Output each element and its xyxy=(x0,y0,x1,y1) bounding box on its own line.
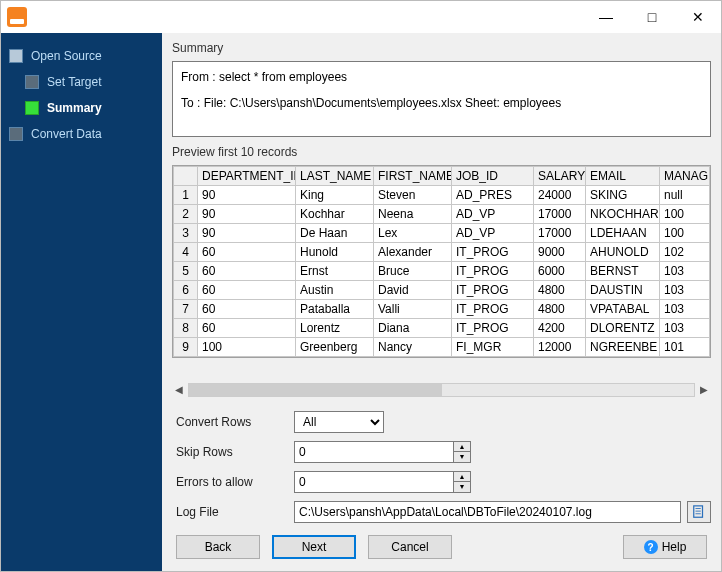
table-cell[interactable]: 103 xyxy=(660,299,710,318)
table-cell[interactable]: IT_PROG xyxy=(452,242,534,261)
table-cell[interactable]: Austin xyxy=(296,280,374,299)
horizontal-scrollbar[interactable]: ◀ ▶ xyxy=(172,382,711,397)
table-cell[interactable]: Alexander xyxy=(374,242,452,261)
table-row[interactable]: 9100GreenbergNancyFI_MGR12000NGREENBE101 xyxy=(174,337,710,356)
table-cell[interactable]: 60 xyxy=(198,261,296,280)
help-button[interactable]: ? Help xyxy=(623,535,707,559)
table-cell[interactable]: 101 xyxy=(660,337,710,356)
table-cell[interactable]: 100 xyxy=(198,337,296,356)
column-header[interactable]: DEPARTMENT_ID xyxy=(198,166,296,185)
table-row[interactable]: 760PataballaValliIT_PROG4800VPATABAL103 xyxy=(174,299,710,318)
table-cell[interactable]: Bruce xyxy=(374,261,452,280)
table-cell[interactable]: VPATABAL xyxy=(586,299,660,318)
table-cell[interactable]: 60 xyxy=(198,242,296,261)
table-cell[interactable]: 100 xyxy=(660,223,710,242)
table-cell[interactable]: King xyxy=(296,185,374,204)
table-cell[interactable]: Valli xyxy=(374,299,452,318)
table-cell[interactable]: Hunold xyxy=(296,242,374,261)
table-cell[interactable]: AD_PRES xyxy=(452,185,534,204)
skip-rows-input[interactable] xyxy=(294,441,453,463)
table-row[interactable]: 660AustinDavidIT_PROG4800DAUSTIN103 xyxy=(174,280,710,299)
step-open-source[interactable]: Open Source xyxy=(1,43,162,69)
table-cell[interactable]: 90 xyxy=(198,185,296,204)
table-row[interactable]: 390De HaanLexAD_VP17000LDEHAAN100 xyxy=(174,223,710,242)
table-cell[interactable]: 103 xyxy=(660,261,710,280)
table-cell[interactable]: 103 xyxy=(660,280,710,299)
table-cell[interactable]: DFAVIET xyxy=(586,356,660,358)
errors-down[interactable]: ▼ xyxy=(454,482,470,492)
table-cell[interactable]: 100 xyxy=(660,204,710,223)
logfile-browse-button[interactable] xyxy=(687,501,711,523)
table-cell[interactable]: IT_PROG xyxy=(452,299,534,318)
table-cell[interactable]: David xyxy=(374,280,452,299)
table-row[interactable]: 10100FavietDanielFI_ACCOUNT9000DFAVIET10… xyxy=(174,356,710,358)
table-cell[interactable]: IT_PROG xyxy=(452,318,534,337)
cancel-button[interactable]: Cancel xyxy=(368,535,452,559)
table-cell[interactable]: 60 xyxy=(198,280,296,299)
table-cell[interactable]: 9000 xyxy=(534,242,586,261)
column-header[interactable]: SALARY xyxy=(534,166,586,185)
table-cell[interactable]: Kochhar xyxy=(296,204,374,223)
table-cell[interactable]: DLORENTZ xyxy=(586,318,660,337)
table-cell[interactable]: 12000 xyxy=(534,337,586,356)
table-cell[interactable]: 4800 xyxy=(534,280,586,299)
table-row[interactable]: 460HunoldAlexanderIT_PROG9000AHUNOLD102 xyxy=(174,242,710,261)
preview-table[interactable]: DEPARTMENT_IDLAST_NAMEFIRST_NAMEJOB_IDSA… xyxy=(172,165,711,358)
table-cell[interactable]: 90 xyxy=(198,223,296,242)
table-cell[interactable]: 17000 xyxy=(534,204,586,223)
table-cell[interactable]: Ernst xyxy=(296,261,374,280)
maximize-button[interactable]: □ xyxy=(629,2,675,32)
column-header[interactable]: EMAIL xyxy=(586,166,660,185)
table-cell[interactable]: Diana xyxy=(374,318,452,337)
table-cell[interactable]: 100 xyxy=(198,356,296,358)
column-header[interactable]: FIRST_NAME xyxy=(374,166,452,185)
table-cell[interactable]: 90 xyxy=(198,204,296,223)
scroll-thumb[interactable] xyxy=(189,384,442,396)
scroll-track[interactable] xyxy=(188,383,695,397)
table-cell[interactable]: 60 xyxy=(198,299,296,318)
table-cell[interactable]: Lex xyxy=(374,223,452,242)
skip-rows-down[interactable]: ▼ xyxy=(454,452,470,462)
table-cell[interactable]: Daniel xyxy=(374,356,452,358)
table-row[interactable]: 190KingStevenAD_PRES24000SKINGnull xyxy=(174,185,710,204)
table-row[interactable]: 860LorentzDianaIT_PROG4200DLORENTZ103 xyxy=(174,318,710,337)
scroll-right-icon[interactable]: ▶ xyxy=(697,383,711,397)
table-cell[interactable]: AHUNOLD xyxy=(586,242,660,261)
errors-input[interactable] xyxy=(294,471,453,493)
back-button[interactable]: Back xyxy=(176,535,260,559)
convert-rows-select[interactable]: All xyxy=(294,411,384,433)
logfile-input[interactable] xyxy=(294,501,681,523)
minimize-button[interactable]: — xyxy=(583,2,629,32)
table-cell[interactable]: NKOCHHAR xyxy=(586,204,660,223)
table-cell[interactable]: LDEHAAN xyxy=(586,223,660,242)
step-set-target[interactable]: Set Target xyxy=(1,69,162,95)
table-cell[interactable]: DAUSTIN xyxy=(586,280,660,299)
column-header[interactable]: MANAG xyxy=(660,166,710,185)
step-convert-data[interactable]: Convert Data xyxy=(1,121,162,147)
table-cell[interactable]: 6000 xyxy=(534,261,586,280)
table-cell[interactable]: FI_MGR xyxy=(452,337,534,356)
table-cell[interactable]: Lorentz xyxy=(296,318,374,337)
table-row[interactable]: 290KochharNeenaAD_VP17000NKOCHHAR100 xyxy=(174,204,710,223)
table-cell[interactable]: Pataballa xyxy=(296,299,374,318)
table-cell[interactable]: Greenberg xyxy=(296,337,374,356)
table-cell[interactable]: 60 xyxy=(198,318,296,337)
table-cell[interactable]: Neena xyxy=(374,204,452,223)
step-summary[interactable]: Summary xyxy=(1,95,162,121)
table-cell[interactable]: null xyxy=(660,185,710,204)
table-cell[interactable]: Nancy xyxy=(374,337,452,356)
table-cell[interactable]: 17000 xyxy=(534,223,586,242)
skip-rows-up[interactable]: ▲ xyxy=(454,442,470,452)
table-cell[interactable]: NGREENBE xyxy=(586,337,660,356)
table-cell[interactable]: 9000 xyxy=(534,356,586,358)
scroll-left-icon[interactable]: ◀ xyxy=(172,383,186,397)
table-cell[interactable]: 24000 xyxy=(534,185,586,204)
table-row[interactable]: 560ErnstBruceIT_PROG6000BERNST103 xyxy=(174,261,710,280)
close-button[interactable]: ✕ xyxy=(675,2,721,32)
next-button[interactable]: Next xyxy=(272,535,356,559)
table-cell[interactable]: 102 xyxy=(660,242,710,261)
column-header[interactable]: JOB_ID xyxy=(452,166,534,185)
errors-up[interactable]: ▲ xyxy=(454,472,470,482)
table-cell[interactable]: Steven xyxy=(374,185,452,204)
table-cell[interactable]: 108 xyxy=(660,356,710,358)
